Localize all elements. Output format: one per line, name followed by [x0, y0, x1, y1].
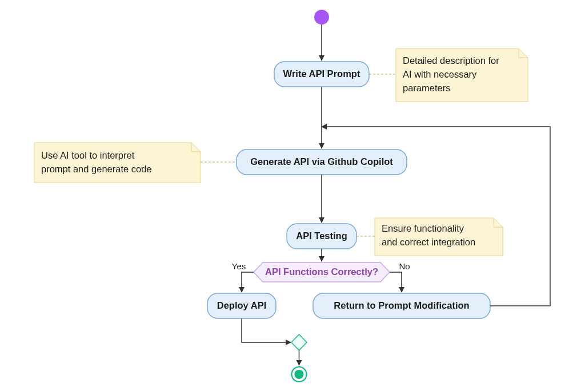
start-node: [314, 10, 329, 25]
note-write-prompt: Detailed description for AI with necessa…: [396, 49, 528, 102]
node-api-testing-label: API Testing: [296, 231, 347, 241]
note-testing-line2: and correct integration: [382, 237, 475, 247]
edge-decision-no: [390, 272, 402, 292]
node-return-modification: Return to Prompt Modification: [313, 293, 490, 318]
node-generate-api: Generate API via Github Copilot: [237, 149, 407, 175]
node-api-testing: API Testing: [287, 224, 356, 249]
note-generate: Use AI tool to interpret prompt and gene…: [34, 143, 201, 183]
edge-decision-yes: [242, 272, 254, 292]
node-deploy-api: Deploy API: [207, 293, 276, 318]
node-decision-label: API Functions Correctly?: [265, 266, 378, 277]
note-write-prompt-line2: AI with necessary: [403, 69, 477, 79]
svg-point-6: [295, 370, 304, 379]
node-decision: API Functions Correctly?: [254, 262, 390, 282]
node-return-modification-label: Return to Prompt Modification: [334, 300, 469, 310]
node-generate-api-label: Generate API via Github Copilot: [250, 156, 393, 167]
end-node: [292, 367, 307, 382]
edge-label-yes: Yes: [232, 261, 246, 271]
edge-label-no: No: [399, 261, 410, 271]
note-write-prompt-line1: Detailed description for: [403, 55, 499, 66]
node-deploy-api-label: Deploy API: [217, 300, 267, 310]
note-testing-line1: Ensure functionality: [382, 223, 464, 233]
note-testing: Ensure functionality and correct integra…: [375, 218, 503, 256]
note-generate-line1: Use AI tool to interpret: [41, 150, 135, 160]
note-generate-line2: prompt and generate code: [41, 164, 152, 174]
edge-deploy-merge: [242, 318, 291, 342]
note-write-prompt-line3: parameters: [403, 83, 450, 93]
node-merge: [291, 334, 307, 350]
node-write-api-prompt-label: Write API Prompt: [283, 68, 360, 79]
node-write-api-prompt: Write API Prompt: [274, 62, 369, 87]
